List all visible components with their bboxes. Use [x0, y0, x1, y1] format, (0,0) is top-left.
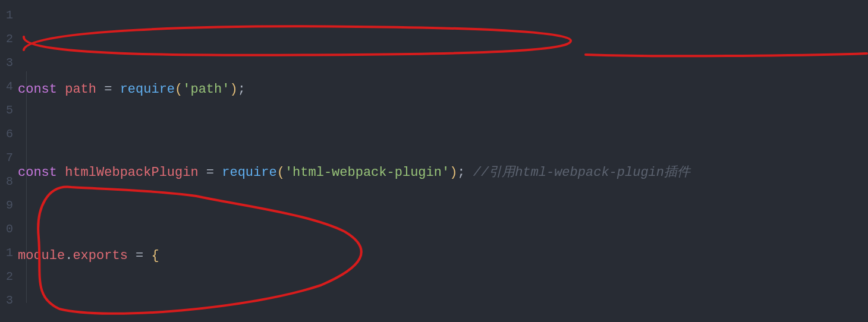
line-number: 5 [0, 99, 13, 122]
line-number: 1 [0, 241, 13, 265]
line-number-gutter: 1 2 3 4 5 6 7 8 9 0 1 2 3 [0, 0, 18, 322]
code-line[interactable]: module.exports = { [18, 244, 868, 268]
token-string: 'html-webpack-plugin' [285, 165, 449, 180]
line-number: 4 [0, 75, 13, 99]
line-number: 3 [0, 51, 13, 75]
line-number: 3 [0, 289, 13, 312]
token-variable: htmlWebpackPlugin [65, 165, 198, 180]
line-number: 0 [0, 217, 13, 241]
line-number: 9 [0, 194, 13, 217]
code-line[interactable]: const htmlWebpackPlugin = require('html-… [18, 161, 868, 185]
code-editor[interactable]: const path = require('path'); const html… [18, 0, 868, 322]
token-variable: path [65, 82, 96, 97]
token-operator: = [104, 82, 112, 97]
code-line[interactable]: const path = require('path'); [18, 78, 868, 102]
token-variable: module [18, 248, 65, 263]
line-number: 2 [0, 265, 13, 289]
token-function: require [222, 165, 276, 180]
line-number: 2 [0, 27, 13, 51]
line-number: 7 [0, 146, 13, 170]
token-function: require [120, 82, 175, 97]
token-property: exports [73, 248, 127, 263]
token-keyword: const [18, 165, 57, 180]
token-keyword: const [18, 82, 57, 97]
token-comment: //引用html-webpack-plugin插件 [473, 165, 690, 180]
token-string: 'path' [183, 82, 229, 97]
line-number: 1 [0, 4, 13, 27]
indent-guide [26, 71, 27, 303]
line-number: 8 [0, 170, 13, 194]
line-number: 6 [0, 122, 13, 146]
